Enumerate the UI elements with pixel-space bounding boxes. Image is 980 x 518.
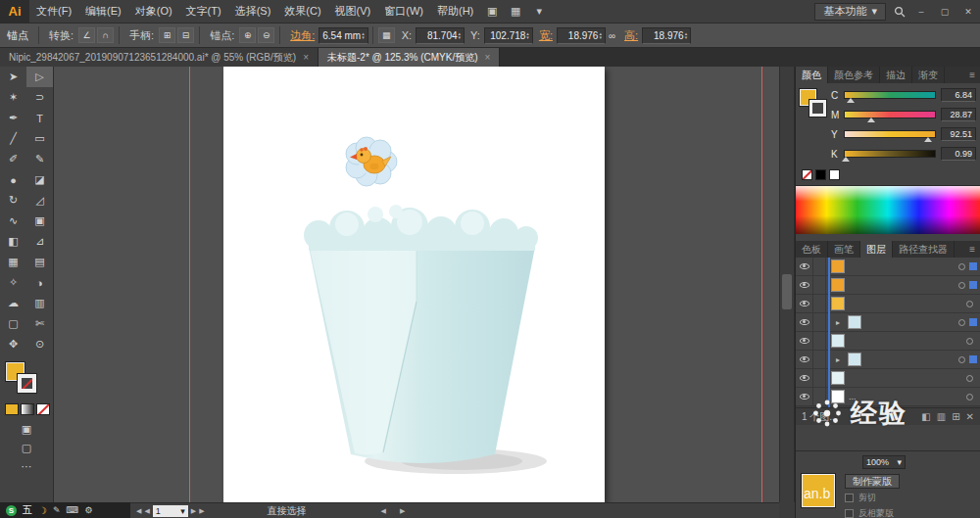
menu-item[interactable]: 文件(F) [29, 0, 78, 23]
slider-track[interactable] [844, 130, 936, 138]
new-layer-icon[interactable]: ⊞ [952, 411, 959, 422]
layer-thumbnail[interactable] [831, 371, 845, 385]
lock-cell[interactable] [813, 276, 826, 294]
close-button[interactable]: ✕ [960, 7, 976, 17]
magic-wand-tool[interactable]: ✶ [0, 87, 26, 108]
mesh-tool[interactable]: ▦ [0, 252, 26, 272]
scale-tool[interactable]: ◿ [26, 190, 53, 211]
layer-target-icon[interactable] [966, 375, 973, 382]
width-link-label[interactable]: 宽: [539, 28, 553, 43]
checkbox-icon[interactable] [845, 509, 854, 518]
layer-thumbnail[interactable] [831, 390, 845, 403]
y-position-input[interactable]: 102.718▴▾ [484, 27, 533, 44]
layer-target-icon[interactable] [966, 394, 973, 400]
gradient-tool[interactable]: ▤ [26, 252, 53, 272]
layer-target-icon[interactable] [958, 356, 965, 363]
workspace-switcher-button[interactable]: 基本功能 ▾ [814, 3, 886, 21]
tab-gradient[interactable]: 渐变 [912, 67, 945, 83]
tab-pathfinder[interactable]: 路径查找器 [893, 241, 955, 258]
constrain-proportions-icon[interactable]: ∞ [609, 30, 615, 41]
none-swatch[interactable] [802, 169, 812, 180]
layer-thumbnail[interactable] [831, 334, 845, 348]
flower-bubble[interactable] [346, 137, 397, 186]
minimize-button[interactable]: – [913, 7, 929, 17]
rotate-tool[interactable]: ↻ [0, 190, 26, 211]
lock-cell[interactable] [813, 332, 826, 350]
stepper-icon[interactable]: ▴▾ [526, 31, 529, 39]
checkbox-icon[interactable] [845, 494, 854, 502]
layer-thumbnail[interactable] [848, 315, 861, 329]
tab-brushes[interactable]: 画笔 [828, 241, 860, 258]
remove-anchor-icon[interactable]: ⊖ [258, 27, 274, 43]
slider-value-input[interactable]: 6.84 [941, 88, 976, 102]
visibility-eye-icon[interactable] [796, 351, 813, 368]
menu-item[interactable]: 文字(T) [179, 0, 228, 23]
new-sublayer-icon[interactable]: ▥ [937, 411, 946, 422]
layer-thumbnail[interactable] [831, 259, 845, 273]
height-input[interactable]: 18.976▴▾ [642, 27, 691, 44]
document-tab-active[interactable]: 未标题-2* @ 125.3% (CMYK/预览) × [318, 48, 500, 67]
vertical-guide[interactable] [189, 67, 190, 502]
make-clip-mask-icon[interactable]: ◧ [921, 411, 930, 422]
vertical-scrollbar[interactable] [779, 67, 795, 502]
scrollbar-thumb[interactable] [782, 274, 792, 309]
lock-cell[interactable] [813, 369, 826, 387]
next-artboard-icon[interactable]: ▶ [191, 507, 196, 515]
stepper-icon[interactable]: ▴▾ [459, 31, 462, 39]
eyedropper-tool[interactable]: ✧ [0, 272, 26, 293]
perspective-grid-tool[interactable]: ⊿ [26, 231, 53, 252]
visibility-eye-icon[interactable] [796, 295, 813, 312]
caret-down-icon[interactable]: ▾ [529, 3, 549, 21]
pencil-tool[interactable]: ✎ [26, 149, 53, 169]
color-spectrum-bar[interactable] [796, 185, 980, 234]
search-icon[interactable] [894, 6, 906, 18]
paintbrush-tool[interactable]: ✐ [0, 149, 26, 169]
hand-tool[interactable]: ✥ [0, 334, 26, 354]
invert-mask-checkbox[interactable]: 反相蒙版 [845, 507, 900, 518]
shape-builder-tool[interactable]: ◧ [0, 231, 26, 252]
visibility-eye-icon[interactable] [796, 332, 813, 350]
add-anchor-icon[interactable]: ⊕ [239, 27, 256, 43]
stroke-color-swatch[interactable] [809, 100, 826, 117]
artboard[interactable] [223, 67, 605, 502]
delete-layer-icon[interactable]: ✕ [966, 411, 974, 422]
layer-row[interactable] [796, 276, 980, 295]
slider-value-input[interactable]: 28.87 [941, 108, 976, 121]
slider-value-input[interactable]: 0.99 [941, 147, 976, 161]
free-transform-tool[interactable]: ▣ [26, 211, 53, 231]
visibility-eye-icon[interactable] [796, 369, 813, 387]
selection-tool[interactable]: ➤ [0, 67, 26, 87]
slice-tool[interactable]: ✄ [26, 313, 53, 334]
line-segment-tool[interactable]: ╱ [0, 128, 26, 149]
hide-handles-icon[interactable]: ⊟ [177, 27, 194, 43]
close-tab-icon[interactable]: × [303, 52, 309, 63]
menu-item[interactable]: 窗口(W) [377, 0, 430, 23]
height-link-label[interactable]: 高: [624, 28, 638, 43]
black-swatch[interactable] [815, 169, 826, 180]
layer-target-icon[interactable] [958, 263, 965, 270]
slider-marker[interactable] [867, 118, 875, 122]
menu-item[interactable]: 帮助(H) [430, 0, 480, 23]
corner-radius-input[interactable]: 6.54 mm▴▾ [318, 27, 368, 44]
lasso-tool[interactable]: ⊃ [26, 87, 53, 108]
pencil-icon[interactable]: ✎ [53, 505, 61, 515]
pen-tool[interactable]: ✒ [0, 108, 26, 128]
convert-to-corner-icon[interactable]: ∠ [78, 27, 95, 43]
layer-row[interactable]: ▸ [796, 313, 980, 332]
menu-item[interactable]: 选择(S) [228, 0, 278, 23]
expand-triangle-icon[interactable]: ▸ [833, 318, 843, 327]
ime-mode-label[interactable]: 五 [23, 503, 32, 517]
slider-track[interactable] [844, 91, 936, 99]
tab-stroke[interactable]: 描边 [880, 67, 912, 83]
visibility-eye-icon[interactable] [796, 388, 813, 405]
last-artboard-icon[interactable]: ▶ [199, 507, 204, 515]
vertical-guide[interactable] [761, 67, 762, 502]
slider-marker[interactable] [924, 137, 932, 142]
visibility-eye-icon[interactable] [796, 313, 813, 331]
menu-item[interactable]: 视图(V) [328, 0, 378, 23]
clip-checkbox[interactable]: 剪切 [845, 492, 900, 504]
layer-target-icon[interactable] [966, 301, 973, 307]
type-tool[interactable]: T [26, 108, 53, 128]
convert-to-smooth-icon[interactable]: ∩ [97, 27, 114, 43]
layer-row[interactable] [796, 258, 980, 276]
